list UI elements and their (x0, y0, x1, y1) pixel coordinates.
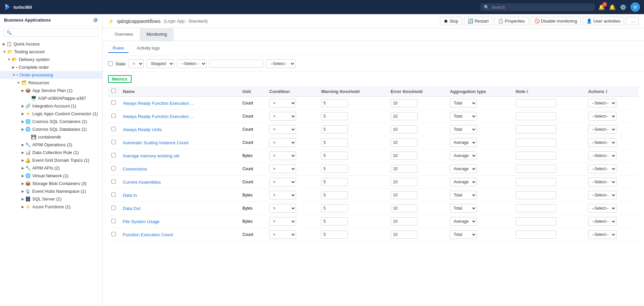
sidebar-item-azure-functions[interactable]: ▶⚡Azure Functions (1) (0, 203, 102, 211)
sidebar-item-asp-name[interactable]: 🖥️ASP-sl360APiapps-a387 (0, 94, 102, 102)
warning-threshold-input[interactable] (321, 112, 348, 120)
note-input[interactable] (516, 165, 556, 173)
metric-name[interactable]: Data Out (123, 206, 140, 211)
sidebar-settings-icon[interactable]: ⚙️ (93, 18, 98, 23)
error-threshold-input[interactable] (391, 231, 418, 239)
settings-button[interactable]: ⚙️ (620, 4, 627, 10)
note-input[interactable] (516, 178, 556, 186)
select-all-checkbox[interactable] (111, 89, 116, 93)
action-select[interactable]: --Select-- (588, 217, 616, 226)
action-select[interactable]: --Select-- (588, 151, 616, 160)
sidebar-item-resources[interactable]: ▼🗂️Resources (0, 79, 102, 87)
sidebar-item-apim-operations[interactable]: ▶🔧APIM Operations (2) (0, 141, 102, 149)
tab-overview[interactable]: Overview (108, 28, 140, 41)
user-avatar[interactable]: V (631, 2, 640, 12)
aggregation-select[interactable]: Average (450, 151, 477, 160)
sub-tab-activity-logs[interactable]: Activity logs (132, 44, 165, 53)
note-input[interactable] (516, 191, 556, 199)
sidebar-item-app-service-plan[interactable]: ▶📦App Service Plan (1) (0, 87, 102, 94)
sidebar-item-event-grid-domain[interactable]: ▶🔔Event Grid Domain Topics (1) (0, 156, 102, 164)
info-icon-actions[interactable]: ℹ (606, 89, 607, 94)
error-threshold-input[interactable] (391, 125, 418, 133)
filter-checkbox[interactable] (108, 61, 113, 66)
aggregation-select[interactable]: Average (450, 178, 477, 186)
aggregation-select[interactable]: Average (450, 217, 477, 226)
row-checkbox[interactable] (111, 232, 116, 236)
sidebar-item-data-collection-rule[interactable]: ▶📊Data Collection Rule (1) (0, 149, 102, 156)
user-activities-button[interactable]: 👤User activities (583, 17, 624, 25)
warning-threshold-input[interactable] (321, 125, 348, 133)
note-input[interactable] (516, 112, 556, 120)
search-input[interactable] (491, 5, 592, 10)
aggregation-select[interactable]: Total (450, 230, 477, 239)
warning-threshold-input[interactable] (321, 217, 348, 225)
error-threshold-input[interactable] (391, 112, 418, 120)
action-select[interactable]: --Select-- (588, 99, 616, 108)
row-checkbox[interactable] (111, 114, 116, 118)
row-checkbox[interactable] (111, 219, 116, 223)
row-checkbox[interactable] (111, 127, 116, 131)
sidebar-item-containerdb[interactable]: 💾containerdb (0, 133, 102, 141)
row-checkbox[interactable] (111, 140, 116, 144)
metric-name[interactable]: Always Ready Units (123, 127, 162, 132)
sidebar-search[interactable]: 🔍 (3, 28, 99, 37)
sub-tab-rules[interactable]: Rules (108, 44, 129, 53)
warning-threshold-input[interactable] (321, 178, 348, 186)
condition-select[interactable]: > (269, 99, 296, 108)
filter-val1-select[interactable]: Stopped (146, 59, 174, 68)
condition-select[interactable]: > (269, 151, 296, 160)
metric-name[interactable]: Function Execution Count (123, 232, 173, 237)
bell-button[interactable]: 🔔 (609, 4, 616, 10)
warning-threshold-input[interactable] (321, 191, 348, 199)
condition-select[interactable]: > (269, 217, 296, 226)
row-checkbox[interactable] (111, 166, 116, 171)
metric-name[interactable]: Data In (123, 193, 137, 198)
condition-select[interactable]: > (269, 125, 296, 134)
condition-select[interactable]: > (269, 230, 296, 239)
aggregation-select[interactable]: Total (450, 204, 477, 213)
error-threshold-input[interactable] (391, 152, 418, 160)
sidebar-item-cosmos-sql-databases[interactable]: ▶🌐Cosmos SQL Databases (1) (0, 125, 102, 133)
action-select[interactable]: --Select-- (588, 112, 616, 121)
condition-select[interactable]: > (269, 204, 296, 213)
sidebar-item-integration-account[interactable]: ▶🔗Integration Account (1) (0, 102, 102, 110)
sidebar-item-virtual-network[interactable]: ▶🌐Virtual Network (1) (0, 172, 102, 180)
metric-name[interactable]: Current Assemblies (123, 180, 161, 185)
warning-threshold-input[interactable] (321, 152, 348, 160)
sidebar-item-sql-server[interactable]: ▶🗄️SQL Server (1) (0, 195, 102, 203)
row-checkbox[interactable] (111, 179, 116, 184)
sidebar-item-testing-account[interactable]: ▼📁Testing account (0, 48, 102, 56)
metric-name[interactable]: Connections (123, 166, 147, 172)
aggregation-select[interactable]: Total (450, 112, 477, 121)
warning-threshold-input[interactable] (321, 204, 348, 212)
sidebar-item-complete-order[interactable]: ▶●Complete order (0, 63, 102, 71)
metric-name[interactable]: Always Ready Function Execution ... (123, 101, 194, 106)
row-checkbox[interactable] (111, 153, 116, 157)
sidebar-item-cosmos-sql-containers[interactable]: ▶🌐Cosmos SQL Containers (1) (0, 118, 102, 125)
notifications-button[interactable]: 🔔 3 (598, 4, 605, 10)
action-select[interactable]: --Select-- (588, 125, 616, 134)
action-select[interactable]: --Select-- (588, 204, 616, 213)
condition-select[interactable]: > (269, 191, 296, 200)
row-checkbox[interactable] (111, 192, 116, 197)
action-select[interactable]: --Select-- (588, 230, 616, 239)
aggregation-select[interactable]: Average (450, 164, 477, 173)
sidebar-search-input[interactable] (14, 30, 96, 35)
condition-select[interactable]: > (269, 164, 296, 173)
action-select[interactable]: --Select-- (588, 178, 616, 186)
row-checkbox[interactable] (111, 206, 116, 210)
filter-text-input[interactable] (209, 60, 263, 68)
error-threshold-input[interactable] (391, 99, 418, 107)
aggregation-select[interactable]: Total (450, 191, 477, 200)
stop-button[interactable]: ⏹Stop (440, 17, 462, 25)
properties-button[interactable]: 📋Properties (494, 17, 528, 25)
metric-name[interactable]: Always Ready Function Execution ... (123, 114, 194, 119)
metrics-label[interactable]: Metrics (108, 75, 132, 83)
condition-select[interactable]: > (269, 112, 296, 121)
sidebar-item-quick-access[interactable]: ▶📋Quick Access (0, 40, 102, 48)
sidebar-item-apim-apis[interactable]: ▶🔧APIM APIs (2) (0, 164, 102, 172)
sidebar-item-storage-blob[interactable]: ▶📦Storage Blob Containers (3) (0, 180, 102, 187)
warning-threshold-input[interactable] (321, 165, 348, 173)
action-select[interactable]: --Select-- (588, 164, 616, 173)
note-input[interactable] (516, 139, 556, 147)
